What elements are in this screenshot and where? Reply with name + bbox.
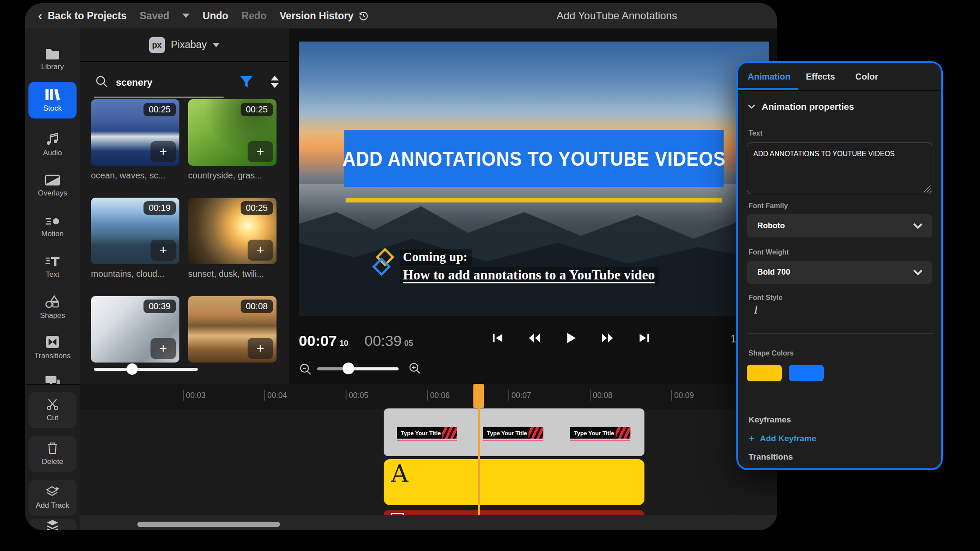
stock-result-card[interactable]: 00:39 + (91, 296, 179, 363)
sidebar-item-shapes[interactable]: Shapes (28, 289, 77, 326)
video-thumbnail-countryside[interactable]: 00:25 + (188, 99, 276, 166)
back-to-projects-button[interactable]: ‹ Back to Projects (38, 9, 126, 22)
redo-label: Redo (242, 10, 267, 22)
sidebar-label: Stock (43, 104, 62, 113)
stock-books-icon (45, 88, 60, 101)
title-banner-text: ADD ANNOTATIONS TO YOUTUBE VIDEOS (342, 147, 725, 171)
zoom-slider-track[interactable] (317, 367, 399, 370)
overlay-icon (45, 174, 60, 186)
duration-badge: 00:19 (144, 201, 176, 215)
rewind-button[interactable] (527, 331, 542, 345)
version-history-button[interactable]: Version History (280, 10, 369, 22)
stock-panel: px Pixabay (80, 28, 289, 384)
tool-label: Delete (42, 457, 63, 466)
add-to-timeline-button[interactable]: + (150, 240, 176, 261)
timeline[interactable]: 00:03 00:04 00:05 00:06 00:07 00:08 00:0… (80, 384, 777, 530)
sidebar-label: Overlays (38, 189, 67, 198)
rewind-icon (528, 333, 541, 343)
text-input[interactable]: ADD ANNOTATIONS TO YOUTUBE VIDEOS (747, 143, 932, 194)
video-thumbnail-ocean[interactable]: 00:25 + (91, 99, 179, 166)
title-clip-thumbnail: Type Your Title Here (483, 427, 543, 441)
scissors-icon (46, 398, 59, 411)
cut-button[interactable]: Cut (28, 392, 77, 428)
shape-color-swatch-blue[interactable] (789, 365, 824, 381)
saved-caret-icon[interactable] (182, 14, 189, 18)
coming-up-link-text: How to add annotations to a YouTube vide… (400, 267, 659, 284)
timeline-ruler[interactable]: 00:03 00:04 00:05 00:06 00:07 00:08 00:0… (80, 384, 777, 409)
video-canvas[interactable]: ADD ANNOTATIONS TO YOUTUBE VIDEOS Coming… (299, 42, 769, 316)
redo-button[interactable]: Redo (242, 10, 267, 22)
stock-result-card[interactable]: 00:19 + mountains, cloud... (91, 198, 179, 279)
search-input[interactable] (116, 74, 221, 91)
add-to-timeline-button[interactable]: + (150, 338, 176, 359)
sidebar-item-stock[interactable]: Stock (28, 82, 77, 119)
sidebar-item-text[interactable]: Text (28, 249, 77, 286)
zoom-in-icon[interactable] (408, 362, 421, 375)
text-track-clip[interactable]: A (384, 459, 644, 505)
video-thumbnail-sunset[interactable]: 00:25 + (188, 198, 276, 264)
slider-handle[interactable] (126, 363, 138, 375)
sort-icon[interactable] (269, 75, 280, 89)
motion-icon (45, 216, 60, 227)
resize-grip[interactable] (923, 185, 931, 192)
thumbnail-size-slider[interactable] (94, 363, 198, 375)
search-underline (94, 97, 224, 98)
tool-label: Cut (47, 414, 58, 422)
divider (747, 402, 934, 402)
result-label: countryside, gras... (188, 171, 276, 181)
zoom-out-icon[interactable] (299, 363, 312, 376)
video-thumbnail-snow[interactable]: 00:39 + (91, 296, 179, 363)
undo-button[interactable]: Undo (203, 10, 228, 22)
sidebar-item-transitions[interactable]: Transitions (28, 329, 77, 366)
skip-to-start-button[interactable] (490, 331, 505, 345)
add-to-timeline-button[interactable]: + (248, 141, 273, 162)
layers-icon (45, 520, 60, 530)
italic-style-button[interactable]: I (754, 303, 758, 317)
tab-color[interactable]: Color (855, 63, 878, 90)
panel-tabs: Animation Effects Color (738, 63, 941, 90)
saved-menu[interactable]: Saved (140, 10, 169, 22)
plus-icon: + (749, 432, 755, 445)
chevron-down-icon (913, 223, 923, 229)
tab-effects[interactable]: Effects (806, 63, 835, 90)
stock-result-card[interactable]: 00:08 + (188, 296, 276, 363)
add-keyframe-button[interactable]: + Add Keyframe (749, 432, 816, 445)
fast-forward-button[interactable] (600, 331, 615, 345)
zoom-slider-handle[interactable] (343, 363, 354, 374)
stock-result-card[interactable]: 00:25 + ocean, waves, sc... (91, 99, 179, 181)
sidebar-item-library[interactable]: Library (28, 41, 77, 77)
skip-to-end-button[interactable] (637, 331, 652, 345)
stock-result-card[interactable]: 00:25 + sunset, dusk, twili... (188, 198, 276, 279)
video-thumbnail-mountains[interactable]: 00:19 + (91, 198, 179, 264)
horizontal-scrollbar[interactable] (137, 522, 280, 527)
duration-badge: 00:39 (144, 300, 176, 313)
play-button[interactable] (564, 331, 578, 345)
title-banner[interactable]: ADD ANNOTATIONS TO YOUTUBE VIDEOS (344, 130, 724, 187)
title-underline-bar[interactable] (346, 198, 722, 202)
add-to-timeline-button[interactable]: + (248, 338, 273, 359)
video-thumbnail-fog-valley[interactable]: 00:08 + (188, 296, 276, 363)
sidebar-item-audio[interactable]: Audio (28, 126, 77, 163)
title-track-clip[interactable]: Type Your Title Here Type Your Title Her… (384, 408, 644, 456)
filter-icon[interactable] (239, 75, 253, 89)
duration-badge: 00:08 (241, 300, 273, 313)
sidebar-item-overlays[interactable]: Overlays (28, 167, 77, 204)
play-icon (565, 332, 577, 344)
delete-button[interactable]: Delete (28, 436, 77, 472)
provider-selector[interactable]: px Pixabay (80, 28, 289, 62)
playhead-handle[interactable] (473, 384, 484, 408)
shape-color-swatch-yellow[interactable] (747, 365, 782, 381)
section-title: Animation properties (762, 101, 854, 112)
font-family-select[interactable]: Roboto (747, 214, 932, 237)
tab-animation[interactable]: Animation (748, 63, 791, 90)
animation-properties-header[interactable]: Animation properties (748, 101, 854, 112)
add-track-button[interactable]: Add Track (28, 480, 77, 516)
sidebar-item-motion[interactable]: Motion (28, 209, 77, 245)
add-to-timeline-button[interactable]: + (150, 141, 176, 162)
stock-result-card[interactable]: 00:25 + countryside, gras... (188, 99, 276, 181)
font-weight-select[interactable]: Bold 700 (747, 261, 932, 284)
add-to-timeline-button[interactable]: + (248, 240, 273, 261)
layers-button[interactable] (28, 519, 77, 530)
provider-caret-icon (213, 43, 220, 47)
slider-track[interactable] (94, 368, 198, 371)
